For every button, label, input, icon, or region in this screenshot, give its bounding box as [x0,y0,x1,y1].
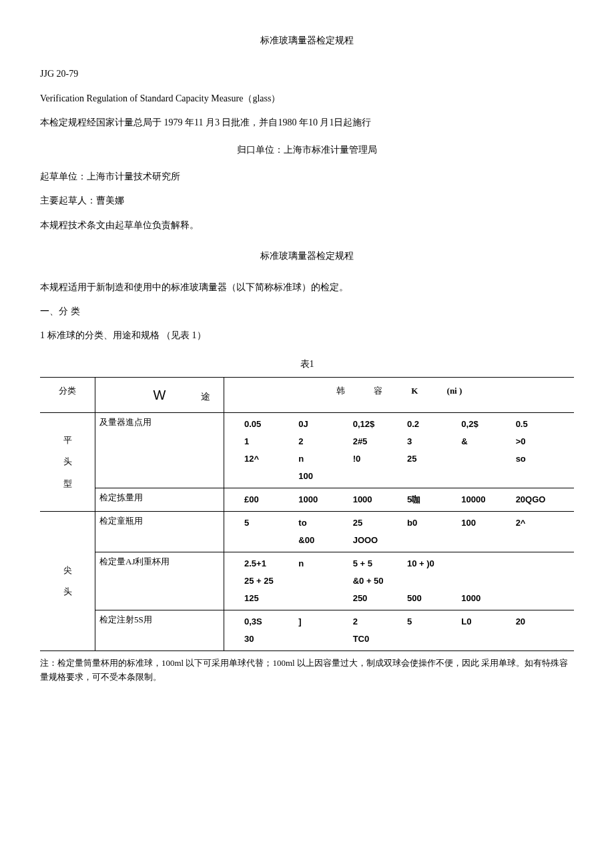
value-cell: 100 [298,468,352,485]
value-cell: 1000 [353,491,407,508]
col-header-category: 分类 [40,378,95,413]
category-char: 平 [44,430,91,452]
value-cell: 2.5+1 [244,555,298,572]
value-cell: 2 [353,613,407,630]
value-cell [407,572,461,590]
value-row: &00JOOO [244,532,570,549]
value-cell: 0.5 [516,416,570,433]
use-cell: 检定童瓶用 [95,512,224,552]
value-row: 0,3S]25L020 [244,613,570,630]
value-cell [461,572,515,590]
header-k: K [411,384,418,398]
value-row: 1252505001000 [244,590,570,607]
value-cell [353,468,407,485]
value-cell [516,590,570,607]
value-cell: £00 [244,491,298,508]
value-cell: 25 [407,450,461,468]
value-cell [407,532,461,549]
category-char: 尖 [44,560,91,582]
value-cell: JOOO [353,532,407,549]
header-rong: 容 [374,384,382,398]
value-cell [516,532,570,549]
col-header-use: W 途 [95,378,224,413]
value-cell: 1000 [298,491,352,508]
value-cell: b0 [407,514,461,532]
value-cell: ] [298,613,352,630]
value-cell: 5 [244,514,298,532]
col-header-use-sub: 途 [201,390,210,404]
value-cell: >0 [516,433,570,450]
value-cell [461,532,515,549]
value-row: 100 [244,468,570,485]
category-cell: 尖头 [40,512,95,651]
value-cell: 3 [407,433,461,450]
value-cell [516,555,570,572]
value-cell [461,555,515,572]
values-cell: 0.050J0,12$0.20,2$0.5122#53&>012^n!025so… [224,413,575,488]
values-cell: 2.5+1n5 + 510 + )025 + 25&0 + 5012525050… [224,552,575,610]
category-cell: 平头型 [40,413,95,512]
value-cell: 0J [298,416,352,433]
value-row: 12^n!025so [244,450,570,468]
value-cell [407,468,461,485]
category-text: 尖头 [44,560,91,603]
value-cell: 500 [407,590,461,607]
value-cell: 20 [516,613,570,630]
header-han: 韩 [336,384,345,398]
explain-text: 本规程技术条文由起草单位负责解释。 [40,218,574,233]
doc-code: JJG 20-79 [40,67,574,81]
value-row: £00100010005咖1000020QGO [244,491,570,508]
value-cell: 12^ [244,450,298,468]
category-char: 型 [44,473,91,495]
value-cell: &0 + 50 [353,572,407,590]
value-cell [461,450,515,468]
table-caption: 表1 [40,357,574,372]
value-cell: L0 [461,613,515,630]
value-cell: 1 [244,433,298,450]
value-row: 25 + 25&0 + 50 [244,572,570,590]
value-cell [298,590,352,607]
value-row: 2.5+1n5 + 510 + )0 [244,555,570,572]
category-char: 头 [44,581,91,603]
value-cell: 1000 [461,590,515,607]
col-header-values: 韩 容 K (ni ) [224,378,575,413]
value-cell: 5 [407,613,461,630]
values-cell: £00100010005咖1000020QGO [224,488,575,512]
value-cell [244,468,298,485]
scope-text: 本规程适用于新制造和使用中的标准玻璃量器（以下简称标准球）的检定。 [40,280,574,295]
value-row: 5to25b01002^ [244,514,570,532]
value-cell [516,630,570,648]
value-cell [407,630,461,648]
header-ni: (ni ) [447,384,463,398]
approval-text: 本检定规程经国家计量总局于 1979 年11 月3 日批准，并自1980 年10… [40,115,574,130]
value-row: 0.050J0,12$0.20,2$0.5 [244,416,570,433]
value-cell: 30 [244,630,298,648]
value-cell: 5咖 [407,491,461,508]
value-cell: 10 + )0 [407,555,461,572]
value-cell: 0.2 [407,416,461,433]
section1-heading: 一、分 类 [40,304,574,319]
value-cell: n [298,450,352,468]
value-cell: so [516,450,570,468]
value-cell: 0,2$ [461,416,515,433]
value-cell [461,468,515,485]
value-cell: n [298,555,352,572]
value-cell: & [461,433,515,450]
use-cell: 检定拣量用 [95,488,224,512]
value-cell: 100 [461,514,515,532]
col-header-use-big: W [154,388,166,402]
table-note: 注：检定量筒量杯用的标准球，100ml 以下可采用单球代替；100ml 以上因容… [40,657,574,685]
value-cell [516,572,570,590]
document-title: 标准玻璃量器检定规程 [40,33,574,48]
value-cell [516,468,570,485]
section-title: 标准玻璃量器检定规程 [40,249,574,264]
value-cell: !0 [353,450,407,468]
value-cell [244,532,298,549]
use-cell: 检定量AJ利重杯用 [95,552,224,610]
use-cell: 及量器進点用 [95,413,224,488]
value-row: 122#53&>0 [244,433,570,450]
value-cell [298,630,352,648]
values-cell: 0,3S]25L02030TC0 [224,610,575,651]
value-cell: 2#5 [353,433,407,450]
english-title: Verification Regulation of Standard Capa… [40,91,574,106]
